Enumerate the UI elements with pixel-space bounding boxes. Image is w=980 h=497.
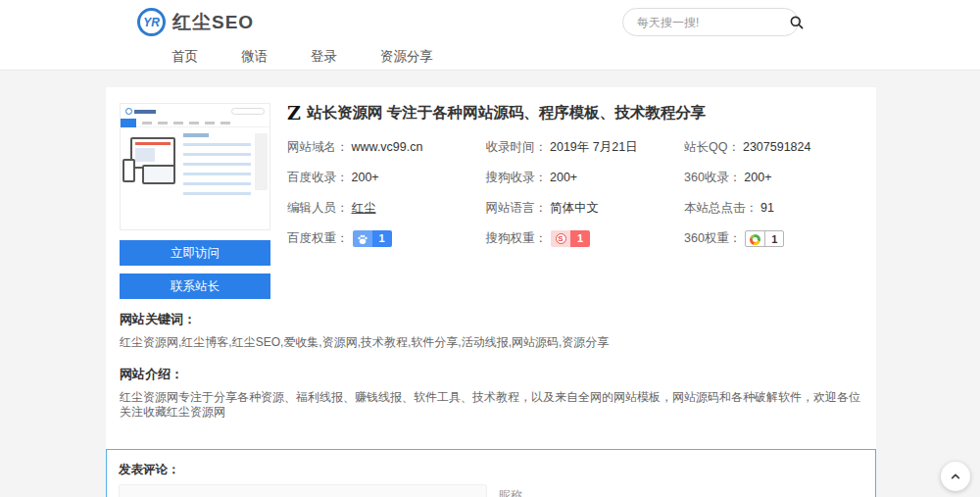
- thumb-list-rows-decoration: [183, 143, 251, 198]
- 360-ring-icon: [746, 231, 764, 247]
- field-value: 2019年 7月21日: [550, 139, 638, 156]
- intro-text: 红尘资源网专注于分享各种资源、福利线报、赚钱线报、软件工具、技术教程，以及来自全…: [120, 390, 862, 420]
- nickname-label: 昵称: [499, 487, 522, 497]
- nav-item-weiyu[interactable]: 微语: [241, 48, 268, 66]
- thumb-nav-item-decoration: [158, 122, 168, 124]
- field-label: 网站域名：: [287, 139, 349, 156]
- search-input[interactable]: [637, 16, 789, 29]
- thumb-nav-item-decoration: [220, 122, 230, 124]
- comment-form: 发表评论： 昵称 邮件地址 (选填) 个人主页 (选填): [106, 449, 876, 497]
- search-bar: [622, 8, 799, 36]
- top-section: 立即访问 联系站长 Z 站长资源网 专注于各种网站源码、程序模板、技术教程分享 …: [120, 103, 862, 299]
- field-label: 百度权重：: [287, 230, 349, 247]
- field-label: 收录时间：: [486, 139, 548, 156]
- thumb-sidebar-decoration: [255, 133, 268, 190]
- site-favicon-icon: Z: [287, 104, 301, 123]
- logo[interactable]: YR 红尘SEO: [137, 8, 254, 36]
- keywords-heading: 网站关键词：: [120, 311, 862, 328]
- site-detail-card: 立即访问 联系站长 Z 站长资源网 专注于各种网站源码、程序模板、技术教程分享 …: [106, 87, 876, 497]
- site-title-text: 站长资源网 专注于各种网站源码、程序模板、技术教程分享: [307, 103, 706, 124]
- 360-ring-glyph: [750, 234, 760, 245]
- thumb-list-heading-decoration: [183, 133, 209, 137]
- site-thumbnail[interactable]: [120, 103, 270, 230]
- field-index-date: 收录时间： 2019年 7月21日: [486, 139, 685, 156]
- field-label: 搜狗收录：: [486, 170, 548, 186]
- nav-item-home[interactable]: 首页: [172, 48, 198, 66]
- thumb-logo-decoration: [125, 108, 132, 115]
- comment-heading: 发表评论：: [119, 462, 863, 478]
- baidu-weight-badge: 1: [353, 230, 392, 247]
- field-sogou-indexed: 搜狗收录： 200+: [486, 170, 685, 186]
- main-nav: 首页 微语 登录 资源分享: [0, 44, 980, 71]
- field-label: 本站总点击：: [684, 200, 758, 217]
- field-value: 200+: [550, 170, 577, 186]
- sogou-s-icon: S: [551, 230, 570, 247]
- field-value: 简体中文: [550, 200, 599, 217]
- badge-number: 1: [570, 230, 590, 247]
- thumb-nav-active-decoration: [121, 119, 136, 127]
- field-label: 站长QQ：: [684, 139, 740, 156]
- nav-item-login[interactable]: 登录: [311, 48, 337, 66]
- field-baidu-weight: 百度权重： 1: [287, 230, 486, 247]
- site-details: Z 站长资源网 专注于各种网站源码、程序模板、技术教程分享 网站域名： www.…: [287, 103, 862, 299]
- field-label: 编辑人员：: [287, 200, 349, 217]
- thumb-header-decoration: [121, 104, 270, 119]
- logo-text: 红尘SEO: [172, 10, 254, 35]
- thumb-nav-item-decoration: [205, 122, 215, 124]
- field-label: 360收录：: [684, 170, 741, 186]
- field-value: 200+: [352, 170, 379, 186]
- keywords-text: 红尘资源网,红尘博客,红尘SEO,爱收集,资源网,技术教程,软件分享,活动线报,…: [120, 335, 862, 350]
- field-value: 200+: [744, 170, 771, 186]
- intro-heading: 网站介绍：: [120, 366, 862, 383]
- page-title: Z 站长资源网 专注于各种网站源码、程序模板、技术教程分享: [287, 103, 862, 124]
- sogou-s-glyph: S: [556, 233, 566, 244]
- logo-ring-icon: YR: [137, 8, 166, 36]
- chevron-up-icon: [948, 469, 963, 484]
- thumb-list-decoration: [181, 127, 255, 229]
- field-label: 搜狗权重：: [486, 230, 548, 247]
- field-language: 网站语言： 简体中文: [486, 200, 685, 217]
- field-sogou-weight: 搜狗权重： S 1: [486, 230, 685, 247]
- field-label: 网站语言：: [486, 200, 548, 217]
- thumb-nav-item-decoration: [142, 122, 152, 124]
- field-value: www.vc99.cn: [352, 139, 423, 156]
- field-domain: 网站域名： www.vc99.cn: [287, 139, 486, 156]
- nickname-input[interactable]: [119, 484, 487, 497]
- field-total-clicks: 本站总点击： 91: [684, 200, 862, 217]
- badge-number: 1: [372, 230, 392, 247]
- contact-webmaster-button[interactable]: 联系站长: [120, 273, 270, 299]
- visit-site-button[interactable]: 立即访问: [120, 240, 270, 266]
- field-360-indexed: 360收录： 200+: [684, 170, 862, 186]
- badge-number: 1: [764, 231, 783, 247]
- left-column: 立即访问 联系站长: [120, 103, 270, 299]
- thumb-laptop-decoration: [142, 165, 175, 184]
- field-360-weight: 360权重： 1: [684, 230, 862, 247]
- sogou-weight-badge: S 1: [551, 230, 590, 247]
- field-webmaster-qq: 站长QQ： 2307591824: [684, 139, 862, 156]
- comment-row-nickname: 昵称: [119, 484, 863, 497]
- field-baidu-indexed: 百度收录： 200+: [287, 170, 486, 186]
- 360-weight-badge: 1: [745, 230, 784, 247]
- thumb-body-decoration: [121, 127, 270, 229]
- field-value: 2307591824: [743, 139, 811, 156]
- thumb-devices-decoration: [121, 127, 181, 229]
- site-header: YR 红尘SEO: [0, 0, 980, 44]
- thumb-search-decoration: [231, 108, 265, 115]
- back-to-top-button[interactable]: [941, 462, 970, 491]
- baidu-paw-icon: [353, 230, 372, 247]
- thumb-phone-decoration: [122, 159, 135, 182]
- field-editor: 编辑人员： 红尘: [287, 200, 486, 217]
- editor-link[interactable]: 红尘: [352, 200, 376, 217]
- thumb-nav-item-decoration: [173, 122, 183, 124]
- field-value: 91: [760, 200, 774, 217]
- thumb-title-decoration: [134, 110, 156, 114]
- field-label: 百度收录：: [287, 170, 349, 186]
- detail-grid: 网站域名： www.vc99.cn 收录时间： 2019年 7月21日 站长QQ…: [287, 139, 862, 247]
- nav-item-resources[interactable]: 资源分享: [380, 48, 433, 66]
- thumb-nav-item-decoration: [189, 122, 199, 124]
- search-icon[interactable]: [789, 13, 805, 32]
- field-label: 360权重：: [684, 230, 741, 247]
- thumb-nav-decoration: [121, 119, 270, 127]
